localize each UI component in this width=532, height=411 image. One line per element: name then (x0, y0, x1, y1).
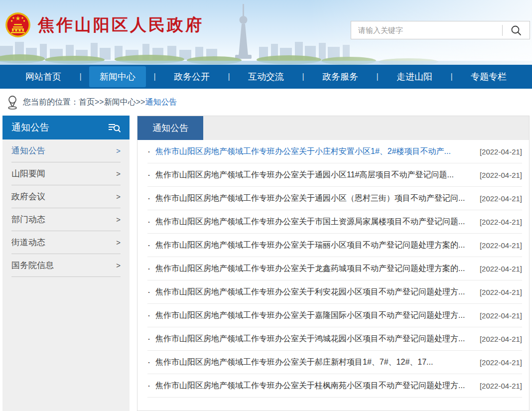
notice-row: ·焦作市山阳区房地产领域工作专班办公室关于市国土资源局家属楼项目不动产登记问题.… (147, 210, 522, 234)
search-input[interactable] (351, 21, 502, 39)
notice-date: [2022-04-21] (480, 194, 522, 203)
notice-link[interactable]: 焦作市山阳区房地产领域工作专班办公室关于嘉隆国际小区项目不动产登记问题处理方..… (155, 310, 471, 321)
bullet-icon: · (147, 147, 150, 156)
bullet-icon: · (147, 217, 150, 226)
sidebar-item-label: 山阳要闻 (11, 168, 45, 179)
sidebar-item-label: 政府会议 (11, 191, 45, 202)
sidebar-item[interactable]: 政府会议> (11, 185, 121, 208)
chevron-right-icon: > (116, 169, 121, 178)
notice-date: [2022-04-21] (480, 218, 522, 226)
china-national-emblem-icon (5, 12, 31, 38)
nav-separator: | (79, 72, 81, 81)
nav-separator: | (376, 72, 378, 81)
notice-row: ·焦作市山阳区房地产领域工作专班办公室关于瑞丽小区项目不动产登记问题处理方案的.… (147, 234, 522, 257)
list-search-icon (108, 122, 121, 133)
notice-row: ·焦作市山阳区房地产领域工作专班办公室关于通园小区（恩村三街）项目不动产登记问.… (147, 187, 522, 210)
sidebar-item-label: 部门动态 (11, 214, 45, 225)
notice-date: [2022-04-21] (480, 288, 522, 296)
notice-row: ·焦作市山阳区房地产领域工作专班办公室关于小庄村安置小区1#、2#楼项目不动产.… (147, 140, 522, 163)
chevron-right-icon: > (116, 238, 121, 247)
chevron-right-icon: > (116, 192, 121, 201)
sidebar-title: 通知公告 (11, 121, 49, 134)
location-pin-icon (7, 95, 18, 110)
nav-item[interactable]: 网站首页 (15, 66, 72, 87)
notice-row: ·焦作市山阳区房地产领域工作专班办公室关于鸿城花园小区项目不动产登记问题处理方.… (147, 327, 522, 351)
breadcrumb: 您当前的位置：首页>>新闻中心>>通知公告 (0, 89, 532, 116)
search-button[interactable] (503, 21, 530, 39)
nav-item[interactable]: 互动交流 (238, 66, 294, 87)
chevron-right-icon: > (116, 261, 121, 270)
notice-link[interactable]: 焦作市山阳区房地产领域工作专班办公室关于桂枫南苑小区项目不动产登记问题处理方..… (155, 381, 471, 391)
tab-notices[interactable]: 通知公告 (137, 116, 203, 140)
notice-link[interactable]: 焦作市山阳区房地产领域工作专班办公室关于瑞丽小区项目不动产登记问题处理方案的..… (155, 240, 471, 251)
content-layout: 通知公告 通知公告>山阳要闻>政府会议>部门动态>街道动态>国务院信息> 通知公… (0, 116, 532, 411)
page-title: 焦作山阳区人民政府 (38, 14, 204, 36)
breadcrumb-text: 您当前的位置：首页>>新闻中心>>通知公告 (23, 97, 177, 108)
notice-date: [2022-04-21] (480, 265, 522, 273)
nav-item[interactable]: 政务服务 (312, 66, 369, 87)
bullet-icon: · (147, 194, 150, 203)
chevron-right-icon: > (116, 215, 121, 224)
main-panel: 通知公告 ·焦作市山阳区房地产领域工作专班办公室关于小庄村安置小区1#、2#楼项… (137, 116, 530, 411)
sidebar-item[interactable]: 部门动态> (11, 208, 121, 231)
notice-row: ·焦作市山阳区房地产领域工作专班办公室关于龙鑫药城项目不动产登记问题处理方案的.… (147, 257, 522, 280)
notice-date: [2022-04-21] (480, 335, 522, 343)
sidebar-header: 通知公告 (2, 116, 130, 139)
bullet-icon: · (147, 264, 150, 273)
notice-link[interactable]: 焦作市山阳区房地产领域工作专班办公室关于郝庄新村项目1#、7#、12#、17..… (155, 357, 471, 368)
nav-item[interactable]: 政务公开 (163, 66, 220, 87)
notice-link[interactable]: 焦作市山阳区房地产领域工作专班办公室关于通园小区（恩村三街）项目不动产登记问..… (155, 193, 471, 204)
notice-row: ·焦作市山阳区房地产领域工作专班办公室关于嘉隆国际小区项目不动产登记问题处理方.… (147, 304, 522, 327)
notice-link[interactable]: 焦作市山阳区房地产领域工作专班办公室关于龙鑫药城项目不动产登记问题处理方案的..… (155, 264, 471, 274)
notice-row: ·焦作市山阳区房地产领域工作专班办公室关于通园小区11#高层项目不动产登记问题.… (147, 163, 522, 187)
bullet-icon: · (147, 358, 150, 367)
bullet-icon: · (147, 334, 150, 343)
notice-link[interactable]: 焦作市山阳区房地产领域工作专班办公室关于小庄村安置小区1#、2#楼项目不动产..… (155, 146, 471, 157)
main-tabbar: 通知公告 (137, 116, 529, 140)
nav-separator: | (302, 72, 304, 81)
notice-date: [2022-04-21] (480, 382, 522, 390)
sidebar: 通知公告 通知公告>山阳要闻>政府会议>部门动态>街道动态>国务院信息> (2, 116, 130, 411)
site-header: 焦作山阳区人民政府 (0, 0, 532, 65)
nav-separator: | (153, 72, 155, 81)
notice-date: [2022-04-21] (480, 241, 522, 250)
sidebar-item-label: 街道动态 (11, 237, 45, 248)
nav-item[interactable]: 专题专栏 (460, 66, 517, 87)
notice-list: ·焦作市山阳区房地产领域工作专班办公室关于小庄村安置小区1#、2#楼项目不动产.… (137, 140, 529, 398)
nav-separator: | (228, 72, 230, 81)
sidebar-menu: 通知公告>山阳要闻>政府会议>部门动态>街道动态>国务院信息> (2, 139, 130, 411)
sidebar-item-label: 国务院信息 (11, 260, 54, 271)
nav-item[interactable]: 新闻中心 (89, 66, 146, 87)
notice-date: [2022-04-21] (480, 358, 522, 367)
notice-link[interactable]: 焦作市山阳区房地产领域工作专班办公室关于通园小区11#高层项目不动产登记问题..… (155, 170, 471, 180)
breadcrumb-current: 通知公告 (145, 98, 177, 106)
main-navigation: 网站首页|新闻中心|政务公开|互动交流|政务服务|走进山阳|专题专栏 (0, 65, 532, 89)
search-icon (511, 25, 522, 36)
nav-item[interactable]: 走进山阳 (386, 66, 443, 87)
bullet-icon: · (147, 311, 150, 320)
bullet-icon: · (147, 170, 150, 179)
notice-link[interactable]: 焦作市山阳区房地产领域工作专班办公室关于鸿城花园小区项目不动产登记问题处理方..… (155, 334, 471, 344)
sidebar-item[interactable]: 街道动态> (11, 231, 121, 254)
bullet-icon: · (147, 241, 150, 250)
sidebar-item[interactable]: 国务院信息> (11, 254, 121, 277)
chevron-right-icon: > (116, 146, 121, 155)
notice-date: [2022-04-21] (480, 171, 522, 179)
notice-date: [2022-04-21] (480, 147, 522, 156)
sidebar-item[interactable]: 山阳要闻> (11, 162, 121, 185)
notice-link[interactable]: 焦作市山阳区房地产领域工作专班办公室关于利安花园小区项目不动产登记问题处理方..… (155, 287, 471, 297)
sidebar-item[interactable]: 通知公告> (11, 139, 121, 162)
notice-link[interactable]: 焦作市山阳区房地产领域工作专班办公室关于市国土资源局家属楼项目不动产登记问题..… (155, 217, 471, 227)
site-brand: 焦作山阳区人民政府 (5, 12, 204, 38)
nav-separator: | (450, 72, 452, 81)
notice-row: ·焦作市山阳区房地产领域工作专班办公室关于利安花园小区项目不动产登记问题处理方.… (147, 280, 522, 304)
notice-date: [2022-04-21] (480, 311, 522, 320)
bullet-icon: · (147, 381, 150, 390)
breadcrumb-trail: 您当前的位置：首页>>新闻中心>> (23, 98, 145, 106)
search-box (351, 21, 530, 39)
sidebar-item-label: 通知公告 (11, 145, 45, 156)
notice-row: ·焦作市山阳区房地产领域工作专班办公室关于郝庄新村项目1#、7#、12#、17.… (147, 351, 522, 374)
notice-row: ·焦作市山阳区房地产领域工作专班办公室关于桂枫南苑小区项目不动产登记问题处理方.… (147, 374, 522, 398)
bullet-icon: · (147, 287, 150, 296)
